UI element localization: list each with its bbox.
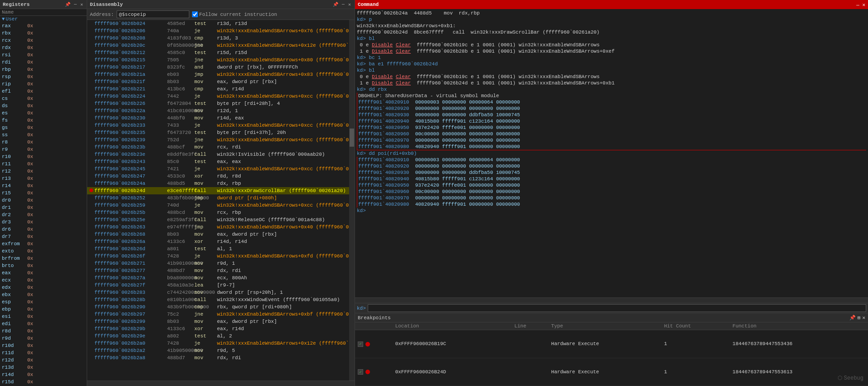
breakpoints-expand-icon[interactable]: ⊞ — [858, 315, 861, 321]
disasm-row[interactable]: fffff960`0026b235 f6473720 test byte ptr… — [87, 129, 349, 136]
reg-name-ds: ds — [2, 103, 27, 109]
disasm-row[interactable]: fffff960`0026b25e e8259af3ff call win32k… — [87, 216, 349, 223]
disasm-row[interactable]: fffff960`0026b226 f6472804 test byte ptr… — [87, 100, 349, 107]
disasm-row[interactable]: fffff960`0026b271 41b901000000 mov r9d, … — [87, 260, 349, 267]
disasm-bytes: 488bcd — [167, 210, 194, 215]
command-close-icon[interactable]: ✕ — [862, 2, 865, 8]
disasm-row[interactable]: fffff960`0026b23b 488bcf mov rcx, rdi — [87, 144, 349, 151]
disasm-row[interactable]: fffff960`0026b277 488bd7 mov rdx, rdi — [87, 267, 349, 274]
reg-group-user[interactable]: ▼ User — [0, 16, 87, 22]
register-row-esp: esp0x — [0, 298, 87, 306]
disasm-row[interactable]: fffff960`0026b239 752d jne win32k!xxxEna… — [87, 136, 349, 144]
disasm-row[interactable]: fffff960`0026b21f 8b03 mov eax, dword pt… — [87, 78, 349, 85]
disable-link[interactable]: Disable — [372, 80, 393, 86]
disasm-row[interactable]: fffff960`0026b24a 488bd5 mov rdx, rbp — [87, 180, 349, 187]
disasm-row[interactable]: fffff960`0026b2a0 7428 je win32k!xxxEnab… — [87, 340, 349, 347]
disassembly-scrollbar[interactable] — [349, 20, 355, 381]
clear-link[interactable]: Clear — [396, 42, 411, 48]
command-output[interactable]: fffff960`0026b24a 4488d5 mov rdx,rbpkd> … — [355, 9, 868, 297]
breakpoints-body: ✓ 0xFFFF9600026B19C Hardware Execute 1 1… — [355, 330, 868, 386]
register-row-r11: r110x — [0, 160, 87, 168]
registers-scroll[interactable]: ▼ User rax0xrbx0xrcx0xrdx0xrsi0xrdi0xrbp… — [0, 16, 87, 386]
disassembly-minimize-icon[interactable]: — — [341, 2, 345, 7]
bp-check-icon-1[interactable]: ✓ — [358, 369, 363, 375]
registers-pin-icon[interactable]: 📌 — [64, 2, 71, 7]
disasm-row[interactable]: fffff960`0026b27f 458a10a3e lea [r9-7] — [87, 282, 349, 289]
address-input[interactable] — [117, 10, 189, 18]
disassembly-hscroll[interactable] — [87, 381, 355, 386]
disasm-row[interactable]: fffff960`0026b252 483bf6b0000000 jmp dwo… — [87, 194, 349, 202]
disasm-bytes: 4585c0 — [167, 50, 194, 55]
disasm-row[interactable]: fffff960`0026b283 c744242001000000 mov d… — [87, 289, 349, 296]
disasm-row[interactable]: fffff960`0026b224 7442 je win32k!xxxEnab… — [87, 93, 349, 100]
command-minimize-icon[interactable]: — — [856, 2, 859, 8]
disasm-row[interactable]: fffff960`0026b259 740d je win32k!xxxEnab… — [87, 202, 349, 209]
clear-link[interactable]: Clear — [396, 74, 411, 79]
disasm-row[interactable]: fffff960`0026b245 7421 je win32k!xxxEnab… — [87, 165, 349, 173]
disasm-row[interactable]: fffff960`0026b20c 0f85b8000000 jne win32… — [87, 42, 349, 49]
disasm-row[interactable]: fffff960`0026b233 7433 je win32k!xxxEnab… — [87, 122, 349, 129]
disable-link[interactable]: Disable — [372, 74, 393, 79]
clear-link[interactable]: Clear — [396, 80, 411, 86]
disassembly-rows[interactable]: fffff960`0026b024 4585ed test r13d, r13d… — [87, 20, 349, 381]
cmd-line: kd> bl — [357, 35, 866, 42]
reg-value-ebx: 0x — [27, 292, 85, 297]
disasm-row[interactable]: fffff960`0026b217 8323fc and dword ptr [… — [87, 64, 349, 71]
disasm-row[interactable]: fffff960`0026b215 7505 jne win32k!xxxEna… — [87, 56, 349, 64]
disasm-row[interactable]: fffff960`0026b2a8 488bd7 mov rdx, rdi — [87, 354, 349, 361]
command-input[interactable] — [368, 304, 866, 312]
registers-minimize-icon[interactable]: — — [73, 2, 78, 7]
breakpoint-row[interactable]: ✓ 0xFFFF9600026B24D Hardware Execute 1 1… — [355, 358, 868, 386]
disasm-row[interactable]: fffff960`0026b29b 4133c6 xor eax, r14d — [87, 325, 349, 332]
disasm-bytes: e810b1a000 — [167, 297, 194, 302]
disasm-row[interactable]: fffff960`0026b21a eb03 jmp win32k!xxxEna… — [87, 71, 349, 78]
disasm-row[interactable]: fffff960`0026b212 4585c0 test r15d, r15d — [87, 49, 349, 56]
disasm-row[interactable]: fffff960`0026b25b 488bcd mov rcx, rbp — [87, 209, 349, 216]
bp-check-icon-0[interactable]: ✓ — [358, 341, 363, 347]
breakpoints-pin-icon[interactable]: 📌 — [849, 315, 856, 321]
disasm-row[interactable]: fffff960`0026b22a 41bc01000000 mov r12d,… — [87, 107, 349, 114]
disasm-row[interactable]: fffff960`0026b297 75c2 jne win32k!xxxEna… — [87, 311, 349, 318]
disasm-row[interactable]: fffff960`0026b26d a801 test al, 1 — [87, 245, 349, 252]
registers-close-icon[interactable]: ✕ — [79, 2, 84, 7]
disasm-row[interactable]: fffff960`0026b268 8b03 mov eax, dword pt… — [87, 231, 349, 238]
disasm-row[interactable]: fffff960`0026b27a b9a8000000 mov ecx, 80… — [87, 274, 349, 282]
breakpoint-row[interactable]: ✓ 0xFFFF9600026B19C Hardware Execute 1 1… — [355, 330, 868, 358]
disable-link[interactable]: Disable — [372, 49, 393, 54]
disasm-row[interactable]: fffff960`0026b26a 4133c6 xor r14d, r14d — [87, 238, 349, 245]
disassembly-pin-icon[interactable]: 📌 — [332, 2, 339, 7]
disasm-row[interactable]: fffff960`0026b23e e8ddf8e3ff call win32k… — [87, 151, 349, 158]
bp-checkbox-1[interactable]: ✓ — [358, 369, 370, 375]
disasm-row[interactable]: fffff960`0026b208 4183fd03 cmp r13d, 3 — [87, 35, 349, 42]
disasm-row[interactable]: fffff960`0026b247 4533c0 xor r8d, r8d — [87, 173, 349, 180]
disasm-row[interactable]: fffff960`0026b230 448bf0 mov r14d, eax — [87, 114, 349, 122]
disasm-mnem: jmp — [194, 195, 217, 201]
bp-check-cell-0[interactable]: ✓ — [355, 330, 392, 358]
bp-check-cell-1[interactable]: ✓ — [355, 358, 392, 386]
disasm-row[interactable]: fffff960`0026b243 85c0 test eax, eax — [87, 158, 349, 165]
disasm-row[interactable]: fffff960`0026b299 8b03 mov eax, dword pt… — [87, 318, 349, 325]
disassembly-scrollbar-thumb[interactable] — [350, 129, 354, 147]
disasm-row[interactable]: fffff960`0026b2a2 41b905000000 mov r9d, … — [87, 347, 349, 354]
disasm-row[interactable]: fffff960`0026b290 483b9fb0000000 cmp rbx… — [87, 303, 349, 311]
disasm-mnem: xor — [194, 239, 217, 244]
follow-checkbox[interactable] — [192, 11, 198, 17]
disasm-row[interactable]: fffff960`0026b26f 7428 je win32k!xxxEnab… — [87, 252, 349, 260]
disasm-row[interactable]: fffff960`0026b28b e810b1a000 call win32k… — [87, 296, 349, 303]
disasm-row[interactable]: fffff960`0026b206 740a je win32k!xxxEnab… — [87, 27, 349, 35]
disasm-row[interactable]: fffff960`0026b263 e974ffffff jmp win32k!… — [87, 223, 349, 231]
disasm-row[interactable]: fffff960`0026b221 413bc6 cmp eax, r14d — [87, 85, 349, 93]
disable-link[interactable]: Disable — [372, 42, 393, 48]
disasm-bp-23[interactable] — [88, 188, 94, 193]
reg-name-exto: exto — [2, 248, 27, 254]
reg-name-ecx: ecx — [2, 277, 27, 283]
breakpoints-close-icon[interactable]: ✕ — [862, 315, 865, 321]
command-hscroll[interactable] — [355, 297, 868, 303]
disasm-row[interactable]: fffff960`0026b024 4585ed test r13d, r13d — [87, 20, 349, 27]
cmd-line: fffff901`40820950 937e2420 ffffe001 0000… — [357, 124, 866, 131]
disasm-row[interactable]: fffff960`0026b24d e3ce67ffff call win32k… — [87, 187, 349, 194]
bp-checkbox-0[interactable]: ✓ — [358, 341, 370, 347]
clear-link[interactable]: Clear — [396, 49, 411, 54]
disasm-row[interactable]: fffff960`0026b29e a802 test al, 2 — [87, 332, 349, 340]
disassembly-close-icon[interactable]: ✕ — [347, 2, 352, 7]
